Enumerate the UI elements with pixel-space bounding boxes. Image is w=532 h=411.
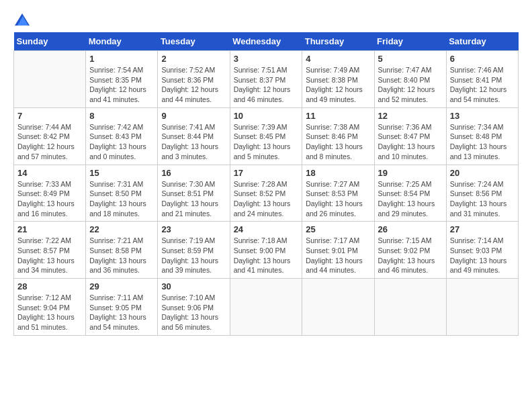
day-number: 22: [89, 224, 154, 234]
calendar-header-friday: Friday: [374, 32, 446, 51]
calendar-cell: 5Sunrise: 7:47 AM Sunset: 8:40 PM Daylig…: [374, 51, 446, 108]
logo-icon: [15, 13, 30, 26]
calendar-cell: [302, 279, 374, 336]
day-info: Sunrise: 7:27 AM Sunset: 8:53 PM Dayligh…: [306, 179, 370, 219]
day-info: Sunrise: 7:17 AM Sunset: 9:01 PM Dayligh…: [306, 236, 370, 275]
calendar-cell: [14, 51, 86, 108]
day-info: Sunrise: 7:36 AM Sunset: 8:47 PM Dayligh…: [378, 122, 443, 162]
day-info: Sunrise: 7:12 AM Sunset: 9:04 PM Dayligh…: [17, 293, 82, 332]
calendar-cell: 12Sunrise: 7:36 AM Sunset: 8:47 PM Dayli…: [374, 107, 446, 165]
day-info: Sunrise: 7:30 AM Sunset: 8:51 PM Dayligh…: [161, 179, 226, 219]
day-number: 2: [161, 54, 226, 64]
day-number: 15: [89, 168, 154, 178]
calendar-header-saturday: Saturday: [446, 32, 518, 51]
day-number: 4: [306, 54, 370, 64]
day-number: 8: [89, 111, 154, 121]
day-number: 6: [450, 54, 515, 64]
calendar-cell: 7Sunrise: 7:44 AM Sunset: 8:42 PM Daylig…: [14, 107, 86, 165]
calendar-cell: 15Sunrise: 7:31 AM Sunset: 8:50 PM Dayli…: [86, 165, 158, 222]
calendar-cell: 21Sunrise: 7:22 AM Sunset: 8:57 PM Dayli…: [14, 222, 86, 279]
calendar-cell: 27Sunrise: 7:14 AM Sunset: 9:03 PM Dayli…: [446, 222, 518, 279]
day-number: 25: [306, 224, 370, 234]
calendar-cell: 22Sunrise: 7:21 AM Sunset: 8:58 PM Dayli…: [86, 222, 158, 279]
calendar-cell: 3Sunrise: 7:51 AM Sunset: 8:37 PM Daylig…: [230, 51, 302, 108]
calendar-week-3: 14Sunrise: 7:33 AM Sunset: 8:49 PM Dayli…: [14, 165, 519, 222]
calendar-cell: 2Sunrise: 7:52 AM Sunset: 8:36 PM Daylig…: [158, 51, 230, 108]
day-number: 26: [378, 224, 443, 234]
day-number: 3: [234, 54, 299, 64]
day-number: 19: [378, 168, 443, 178]
day-info: Sunrise: 7:46 AM Sunset: 8:41 PM Dayligh…: [450, 65, 515, 105]
day-info: Sunrise: 7:47 AM Sunset: 8:40 PM Dayligh…: [378, 65, 443, 105]
calendar-cell: 30Sunrise: 7:10 AM Sunset: 9:06 PM Dayli…: [158, 279, 230, 336]
day-number: 27: [450, 224, 515, 234]
calendar-cell: [374, 279, 446, 336]
header: [13, 13, 519, 26]
calendar-cell: 19Sunrise: 7:25 AM Sunset: 8:54 PM Dayli…: [374, 165, 446, 222]
calendar-week-1: 1Sunrise: 7:54 AM Sunset: 8:35 PM Daylig…: [14, 51, 519, 108]
calendar-cell: 13Sunrise: 7:34 AM Sunset: 8:48 PM Dayli…: [446, 107, 518, 165]
day-info: Sunrise: 7:44 AM Sunset: 8:42 PM Dayligh…: [17, 122, 82, 162]
day-info: Sunrise: 7:22 AM Sunset: 8:57 PM Dayligh…: [17, 236, 82, 275]
day-number: 7: [17, 111, 82, 121]
day-info: Sunrise: 7:38 AM Sunset: 8:46 PM Dayligh…: [306, 122, 370, 162]
calendar-header-sunday: Sunday: [14, 32, 86, 51]
day-number: 24: [234, 224, 299, 234]
calendar-cell: [230, 279, 302, 336]
day-number: 23: [161, 224, 226, 234]
day-number: 5: [378, 54, 443, 64]
day-info: Sunrise: 7:10 AM Sunset: 9:06 PM Dayligh…: [161, 293, 226, 332]
calendar-cell: 16Sunrise: 7:30 AM Sunset: 8:51 PM Dayli…: [158, 165, 230, 222]
calendar-cell: 11Sunrise: 7:38 AM Sunset: 8:46 PM Dayli…: [302, 107, 374, 165]
day-info: Sunrise: 7:49 AM Sunset: 8:38 PM Dayligh…: [306, 65, 370, 105]
calendar-cell: 14Sunrise: 7:33 AM Sunset: 8:49 PM Dayli…: [14, 165, 86, 222]
day-info: Sunrise: 7:14 AM Sunset: 9:03 PM Dayligh…: [450, 236, 515, 275]
calendar-header-tuesday: Tuesday: [158, 32, 230, 51]
day-info: Sunrise: 7:41 AM Sunset: 8:44 PM Dayligh…: [161, 122, 226, 162]
day-number: 10: [234, 111, 299, 121]
day-info: Sunrise: 7:33 AM Sunset: 8:49 PM Dayligh…: [17, 179, 82, 219]
calendar-cell: 9Sunrise: 7:41 AM Sunset: 8:44 PM Daylig…: [158, 107, 230, 165]
day-number: 9: [161, 111, 226, 121]
calendar-cell: 4Sunrise: 7:49 AM Sunset: 8:38 PM Daylig…: [302, 51, 374, 108]
day-number: 28: [17, 281, 82, 291]
day-info: Sunrise: 7:18 AM Sunset: 9:00 PM Dayligh…: [234, 236, 299, 275]
calendar-table: SundayMondayTuesdayWednesdayThursdayFrid…: [13, 32, 519, 336]
day-number: 18: [306, 168, 370, 178]
calendar-cell: 18Sunrise: 7:27 AM Sunset: 8:53 PM Dayli…: [302, 165, 374, 222]
day-number: 29: [89, 281, 154, 291]
logo: [13, 13, 30, 26]
calendar-cell: 26Sunrise: 7:15 AM Sunset: 9:02 PM Dayli…: [374, 222, 446, 279]
calendar-header-thursday: Thursday: [302, 32, 374, 51]
day-info: Sunrise: 7:11 AM Sunset: 9:05 PM Dayligh…: [89, 293, 154, 332]
day-info: Sunrise: 7:28 AM Sunset: 8:52 PM Dayligh…: [234, 179, 299, 219]
calendar-header-monday: Monday: [86, 32, 158, 51]
day-info: Sunrise: 7:39 AM Sunset: 8:45 PM Dayligh…: [234, 122, 299, 162]
calendar-header-wednesday: Wednesday: [230, 32, 302, 51]
calendar-week-4: 21Sunrise: 7:22 AM Sunset: 8:57 PM Dayli…: [14, 222, 519, 279]
day-info: Sunrise: 7:24 AM Sunset: 8:56 PM Dayligh…: [450, 179, 515, 219]
calendar-header-row: SundayMondayTuesdayWednesdayThursdayFrid…: [14, 32, 519, 51]
calendar-week-5: 28Sunrise: 7:12 AM Sunset: 9:04 PM Dayli…: [14, 279, 519, 336]
day-info: Sunrise: 7:42 AM Sunset: 8:43 PM Dayligh…: [89, 122, 154, 162]
calendar-cell: 28Sunrise: 7:12 AM Sunset: 9:04 PM Dayli…: [14, 279, 86, 336]
day-number: 20: [450, 168, 515, 178]
day-info: Sunrise: 7:34 AM Sunset: 8:48 PM Dayligh…: [450, 122, 515, 162]
calendar-cell: 29Sunrise: 7:11 AM Sunset: 9:05 PM Dayli…: [86, 279, 158, 336]
day-info: Sunrise: 7:19 AM Sunset: 8:59 PM Dayligh…: [161, 236, 226, 275]
day-number: 13: [450, 111, 515, 121]
day-info: Sunrise: 7:54 AM Sunset: 8:35 PM Dayligh…: [89, 65, 154, 105]
day-info: Sunrise: 7:31 AM Sunset: 8:50 PM Dayligh…: [89, 179, 154, 219]
calendar-cell: 17Sunrise: 7:28 AM Sunset: 8:52 PM Dayli…: [230, 165, 302, 222]
calendar-week-2: 7Sunrise: 7:44 AM Sunset: 8:42 PM Daylig…: [14, 107, 519, 165]
calendar-cell: 24Sunrise: 7:18 AM Sunset: 9:00 PM Dayli…: [230, 222, 302, 279]
day-number: 12: [378, 111, 443, 121]
day-number: 14: [17, 168, 82, 178]
calendar-cell: 10Sunrise: 7:39 AM Sunset: 8:45 PM Dayli…: [230, 107, 302, 165]
calendar-cell: 23Sunrise: 7:19 AM Sunset: 8:59 PM Dayli…: [158, 222, 230, 279]
calendar-cell: 20Sunrise: 7:24 AM Sunset: 8:56 PM Dayli…: [446, 165, 518, 222]
calendar-cell: 25Sunrise: 7:17 AM Sunset: 9:01 PM Dayli…: [302, 222, 374, 279]
day-info: Sunrise: 7:15 AM Sunset: 9:02 PM Dayligh…: [378, 236, 443, 275]
day-info: Sunrise: 7:51 AM Sunset: 8:37 PM Dayligh…: [234, 65, 299, 105]
day-number: 21: [17, 224, 82, 234]
